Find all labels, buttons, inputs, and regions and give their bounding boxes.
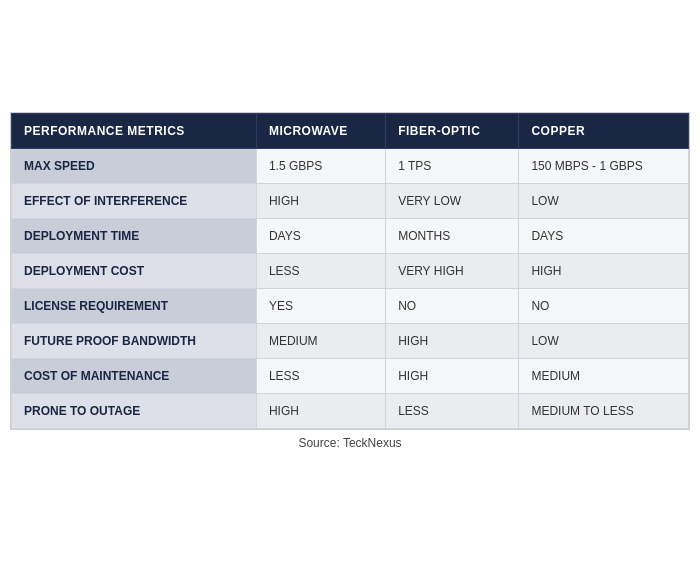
cell-metric: COST OF MAINTENANCE: [12, 359, 257, 394]
cell-fiberoptic: NO: [386, 289, 519, 324]
cell-metric: DEPLOYMENT COST: [12, 254, 257, 289]
table-row: EFFECT OF INTERFERENCEHIGHVERY LOWLOW: [12, 184, 689, 219]
cell-fiberoptic: 1 TPS: [386, 149, 519, 184]
cell-microwave: DAYS: [256, 219, 385, 254]
table-row: FUTURE PROOF BANDWIDTHMEDIUMHIGHLOW: [12, 324, 689, 359]
cell-microwave: 1.5 GBPS: [256, 149, 385, 184]
cell-metric: FUTURE PROOF BANDWIDTH: [12, 324, 257, 359]
cell-microwave: LESS: [256, 359, 385, 394]
header-copper: COPPER: [519, 114, 689, 149]
table-header-row: PERFORMANCE METRICS MICROWAVE FIBER-OPTI…: [12, 114, 689, 149]
cell-fiberoptic: HIGH: [386, 359, 519, 394]
cell-fiberoptic: MONTHS: [386, 219, 519, 254]
comparison-table-wrapper: PERFORMANCE METRICS MICROWAVE FIBER-OPTI…: [10, 112, 690, 430]
header-microwave: MICROWAVE: [256, 114, 385, 149]
cell-metric: DEPLOYMENT TIME: [12, 219, 257, 254]
comparison-table: PERFORMANCE METRICS MICROWAVE FIBER-OPTI…: [11, 113, 689, 429]
table-row: PRONE TO OUTAGEHIGHLESSMEDIUM TO LESS: [12, 394, 689, 429]
header-fiberoptic: FIBER-OPTIC: [386, 114, 519, 149]
cell-copper: MEDIUM: [519, 359, 689, 394]
cell-metric: EFFECT OF INTERFERENCE: [12, 184, 257, 219]
table-row: DEPLOYMENT TIMEDAYSMONTHSDAYS: [12, 219, 689, 254]
cell-microwave: MEDIUM: [256, 324, 385, 359]
cell-copper: LOW: [519, 184, 689, 219]
cell-copper: MEDIUM TO LESS: [519, 394, 689, 429]
cell-fiberoptic: HIGH: [386, 324, 519, 359]
cell-copper: NO: [519, 289, 689, 324]
table-row: DEPLOYMENT COSTLESSVERY HIGHHIGH: [12, 254, 689, 289]
cell-microwave: YES: [256, 289, 385, 324]
cell-fiberoptic: VERY LOW: [386, 184, 519, 219]
cell-copper: HIGH: [519, 254, 689, 289]
cell-copper: 150 MBPS - 1 GBPS: [519, 149, 689, 184]
cell-fiberoptic: VERY HIGH: [386, 254, 519, 289]
cell-copper: LOW: [519, 324, 689, 359]
cell-copper: DAYS: [519, 219, 689, 254]
source-label: Source: TeckNexus: [298, 436, 401, 450]
header-metrics: PERFORMANCE METRICS: [12, 114, 257, 149]
cell-microwave: HIGH: [256, 184, 385, 219]
cell-microwave: LESS: [256, 254, 385, 289]
cell-fiberoptic: LESS: [386, 394, 519, 429]
cell-metric: MAX SPEED: [12, 149, 257, 184]
table-row: COST OF MAINTENANCELESSHIGHMEDIUM: [12, 359, 689, 394]
cell-metric: PRONE TO OUTAGE: [12, 394, 257, 429]
table-row: MAX SPEED1.5 GBPS1 TPS150 MBPS - 1 GBPS: [12, 149, 689, 184]
cell-metric: LICENSE REQUIREMENT: [12, 289, 257, 324]
cell-microwave: HIGH: [256, 394, 385, 429]
table-row: LICENSE REQUIREMENTYESNONO: [12, 289, 689, 324]
